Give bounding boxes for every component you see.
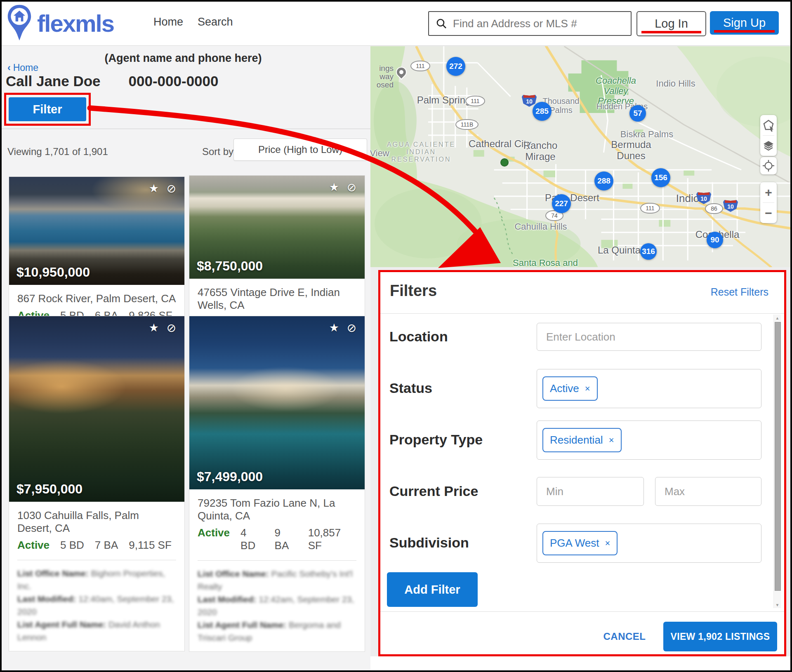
star-icon[interactable]: ★ (149, 182, 159, 195)
status-badge: Active (17, 539, 50, 552)
property-type-field[interactable]: Residential × (537, 421, 761, 460)
map-label-view-partial: t View (370, 148, 389, 159)
map-label-reservation: AGUA CALIENTE INDIAN RESERVATION (387, 141, 455, 163)
listing-photo[interactable]: ★ ⊘ $7,950,000 (9, 316, 184, 502)
view-listings-button[interactable]: VIEW 1,902 LISTINGS (663, 622, 777, 651)
signup-button[interactable]: Sign Up (710, 11, 779, 35)
filter-button[interactable]: Filter (9, 97, 86, 121)
sort-dropdown[interactable]: Price (High to Low) (233, 139, 367, 161)
scroll-up-icon[interactable]: ▲ (774, 315, 781, 321)
draw-search-button[interactable] (760, 115, 777, 135)
locate-button[interactable] (760, 157, 777, 174)
address-search-field[interactable] (428, 11, 632, 36)
chevron-left-icon: ‹ (7, 62, 11, 73)
zoom-out-icon: − (765, 206, 772, 220)
panel-scrollbar[interactable]: ▲ ▼ (773, 315, 781, 608)
draw-icon (762, 119, 775, 132)
zoom-in-icon: + (765, 186, 772, 200)
listing-photo[interactable]: ★ ⊘ $8,750,000 (189, 176, 365, 279)
nav-search-link[interactable]: Search (198, 16, 233, 28)
filters-panel: Filters Reset Filters Location Status Ac… (378, 270, 786, 656)
single-listing-dot[interactable] (500, 158, 509, 167)
reset-filters-link[interactable]: Reset Filters (711, 286, 768, 298)
route-86-shield: 86 (705, 203, 723, 214)
current-price-label: Current Price (389, 483, 478, 499)
ban-icon[interactable]: ⊘ (167, 182, 176, 195)
sqft: 10,857 SF (308, 526, 356, 552)
close-icon[interactable]: × (605, 538, 610, 549)
listing-address: 47655 Vintage Drive E, Indian Wells, CA (198, 286, 356, 312)
map-label-tramway-fragments: ings way osed (374, 64, 394, 89)
top-navbar: flexmls Home Search Log In Sign Up (0, 0, 792, 46)
listing-photo[interactable]: ★ ⊘ $7,499,000 (189, 316, 365, 489)
close-icon[interactable]: × (609, 435, 614, 446)
agent-call-name: Call Jane Doe (6, 73, 101, 89)
route-111-shield: 111 (410, 61, 430, 71)
cluster-marker[interactable]: 272 (446, 57, 465, 76)
subdivision-chip: PGA West × (542, 531, 618, 555)
listing-card[interactable]: ★ ⊘ $7,499,000 79235 Tom Fazio Lane N, L… (189, 316, 365, 652)
star-icon[interactable]: ★ (329, 181, 339, 194)
annotation-login-underline (641, 31, 701, 33)
annotation-filter-box: Filter (4, 93, 91, 126)
route-111-shield: 111 (465, 96, 485, 106)
status-chip: Active × (542, 376, 598, 401)
zoom-out-button[interactable]: − (760, 203, 777, 223)
add-filter-button[interactable]: Add Filter (387, 572, 478, 607)
star-icon[interactable]: ★ (329, 321, 339, 334)
login-button[interactable]: Log In (636, 11, 706, 36)
listing-price: $10,950,000 (16, 265, 90, 280)
divider (2, 129, 370, 129)
map-label-indio-hills: Indio Hills (656, 79, 695, 89)
scrollbar-thumb[interactable] (775, 322, 781, 591)
layers-icon (762, 139, 775, 153)
cancel-button[interactable]: CANCEL (598, 628, 651, 645)
location-input[interactable] (537, 323, 761, 351)
search-icon (436, 18, 447, 29)
cluster-marker[interactable]: 57 (629, 105, 646, 122)
status-field[interactable]: Active × (537, 369, 761, 408)
star-icon[interactable]: ★ (149, 321, 159, 334)
price-min-input[interactable] (537, 477, 644, 506)
cluster-marker[interactable]: 285 (533, 102, 552, 121)
layers-button[interactable] (760, 136, 777, 156)
subdivision-field[interactable]: PGA West × (537, 524, 761, 563)
close-icon[interactable]: × (585, 383, 590, 394)
results-count: Viewing 1,701 of 1,901 (7, 146, 108, 157)
cluster-marker[interactable]: 156 (651, 168, 670, 187)
blurred-listing-details: List Office Name: Pacific Sotheby's Int'… (198, 567, 356, 644)
ban-icon[interactable]: ⊘ (347, 321, 356, 335)
listing-card[interactable]: ★ ⊘ $7,950,000 1030 Cahuilla Falls, Palm… (9, 316, 185, 651)
route-111-shield: 111 (640, 203, 660, 214)
locate-icon (762, 160, 775, 172)
cluster-marker[interactable]: 90 (707, 232, 723, 248)
zoom-in-button[interactable]: + (760, 182, 777, 202)
map-label-bermuda-dunes: Bermuda Dunes (611, 139, 651, 162)
cluster-marker[interactable]: 316 (640, 243, 657, 260)
property-type-chip: Residential × (542, 428, 622, 452)
cluster-marker[interactable]: 288 (594, 172, 613, 190)
cluster-marker[interactable]: 227 (552, 194, 571, 213)
nav-home-link[interactable]: Home (153, 16, 183, 28)
baths: 7 BA (95, 539, 118, 552)
breadcrumb-home[interactable]: ‹Home (7, 62, 38, 73)
agent-phone[interactable]: 000-000-0000 (129, 73, 219, 89)
flexmls-logo[interactable]: flexmls (7, 3, 114, 43)
ban-icon[interactable]: ⊘ (347, 181, 356, 194)
logo-wordmark: flexmls (37, 9, 114, 37)
map-panel: Palm Springs Cathedral City Thousand Pal… (370, 46, 790, 670)
listings-panel: (Agent name and phone here) ‹Home Call J… (2, 46, 370, 670)
search-input[interactable] (452, 17, 619, 31)
price-max-input[interactable] (655, 477, 761, 506)
divider (380, 313, 784, 314)
listing-photo[interactable]: ★ ⊘ $10,950,000 (9, 177, 184, 285)
ban-icon[interactable]: ⊘ (167, 321, 176, 335)
property-type-label: Property Type (389, 432, 483, 448)
zoom-controls: + − (760, 182, 777, 223)
divider (198, 560, 356, 561)
map-canvas[interactable]: Palm Springs Cathedral City Thousand Pal… (370, 46, 790, 267)
map-label-cathedral-city: Cathedral City (469, 139, 531, 150)
subdivision-label: Subdivision (389, 535, 469, 551)
filters-title: Filters (390, 282, 437, 300)
scroll-down-icon[interactable]: ▼ (774, 602, 781, 608)
